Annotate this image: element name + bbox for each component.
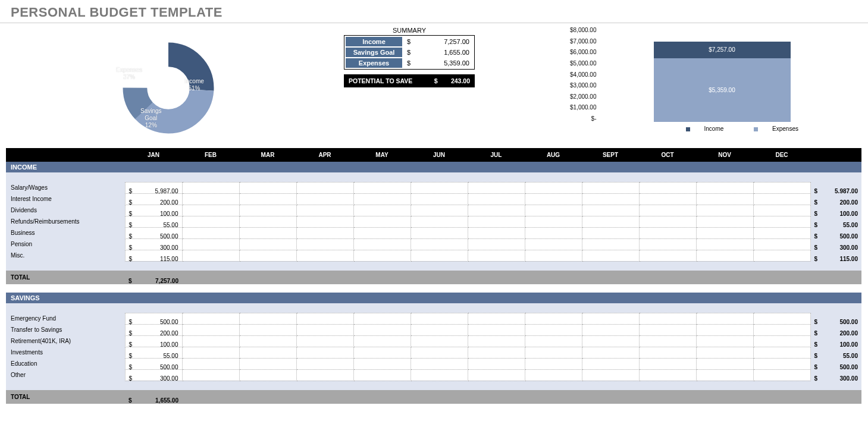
cell[interactable] bbox=[582, 227, 639, 238]
cell[interactable] bbox=[468, 227, 525, 238]
cell[interactable] bbox=[353, 216, 411, 227]
cell[interactable] bbox=[411, 358, 468, 369]
cell[interactable] bbox=[639, 182, 696, 193]
cell[interactable] bbox=[353, 347, 411, 358]
cell[interactable] bbox=[353, 324, 411, 335]
cell[interactable] bbox=[753, 216, 810, 227]
cell[interactable] bbox=[182, 205, 239, 216]
cell[interactable] bbox=[411, 335, 468, 347]
cell[interactable] bbox=[296, 227, 353, 238]
cell[interactable]: $200.00 bbox=[125, 324, 182, 335]
cell[interactable] bbox=[353, 335, 411, 347]
cell[interactable] bbox=[525, 250, 582, 261]
cell[interactable] bbox=[696, 250, 753, 261]
cell[interactable] bbox=[753, 358, 810, 369]
cell[interactable] bbox=[696, 216, 753, 227]
cell[interactable] bbox=[468, 313, 525, 324]
cell[interactable] bbox=[411, 193, 468, 205]
cell[interactable] bbox=[639, 369, 696, 381]
cell[interactable] bbox=[296, 335, 353, 347]
cell[interactable]: $100.00 bbox=[125, 205, 182, 216]
cell[interactable] bbox=[468, 216, 525, 227]
cell[interactable] bbox=[353, 250, 411, 261]
cell[interactable] bbox=[353, 369, 411, 381]
cell[interactable] bbox=[525, 335, 582, 347]
cell[interactable] bbox=[239, 369, 296, 381]
cell[interactable] bbox=[411, 182, 468, 193]
cell[interactable] bbox=[582, 216, 639, 227]
cell[interactable] bbox=[468, 347, 525, 358]
cell[interactable] bbox=[696, 324, 753, 335]
cell[interactable] bbox=[411, 216, 468, 227]
cell[interactable] bbox=[582, 347, 639, 358]
cell[interactable] bbox=[296, 313, 353, 324]
cell[interactable] bbox=[296, 193, 353, 205]
cell[interactable]: $55.00 bbox=[125, 216, 182, 227]
cell[interactable] bbox=[239, 205, 296, 216]
cell[interactable] bbox=[239, 227, 296, 238]
cell[interactable] bbox=[353, 182, 411, 193]
cell[interactable] bbox=[296, 369, 353, 381]
cell[interactable] bbox=[639, 238, 696, 250]
cell[interactable] bbox=[182, 347, 239, 358]
cell[interactable] bbox=[753, 205, 810, 216]
cell[interactable] bbox=[353, 358, 411, 369]
cell[interactable] bbox=[696, 347, 753, 358]
cell[interactable] bbox=[525, 358, 582, 369]
cell[interactable] bbox=[639, 227, 696, 238]
cell[interactable] bbox=[639, 335, 696, 347]
cell[interactable] bbox=[525, 238, 582, 250]
cell[interactable]: $55.00 bbox=[125, 347, 182, 358]
cell[interactable]: $115.00 bbox=[125, 250, 182, 261]
cell[interactable]: $500.00 bbox=[125, 358, 182, 369]
cell[interactable] bbox=[353, 238, 411, 250]
cell[interactable] bbox=[468, 369, 525, 381]
cell[interactable] bbox=[239, 358, 296, 369]
cell[interactable] bbox=[468, 182, 525, 193]
cell[interactable] bbox=[296, 250, 353, 261]
cell[interactable] bbox=[182, 227, 239, 238]
cell[interactable] bbox=[182, 369, 239, 381]
cell[interactable] bbox=[753, 324, 810, 335]
cell[interactable] bbox=[696, 358, 753, 369]
cell[interactable] bbox=[239, 313, 296, 324]
cell[interactable] bbox=[182, 313, 239, 324]
cell[interactable] bbox=[525, 347, 582, 358]
cell[interactable] bbox=[753, 335, 810, 347]
cell[interactable]: $500.00 bbox=[125, 227, 182, 238]
cell[interactable] bbox=[582, 369, 639, 381]
cell[interactable] bbox=[411, 205, 468, 216]
cell[interactable] bbox=[582, 313, 639, 324]
cell[interactable] bbox=[239, 250, 296, 261]
cell[interactable] bbox=[525, 205, 582, 216]
cell[interactable] bbox=[582, 335, 639, 347]
cell[interactable] bbox=[182, 335, 239, 347]
cell[interactable] bbox=[468, 193, 525, 205]
cell[interactable] bbox=[411, 347, 468, 358]
cell[interactable] bbox=[296, 205, 353, 216]
cell[interactable] bbox=[639, 205, 696, 216]
cell[interactable] bbox=[411, 250, 468, 261]
cell[interactable] bbox=[696, 335, 753, 347]
cell[interactable]: $5,987.00 bbox=[125, 182, 182, 193]
cell[interactable] bbox=[753, 238, 810, 250]
cell[interactable] bbox=[639, 358, 696, 369]
cell[interactable] bbox=[753, 313, 810, 324]
cell[interactable] bbox=[582, 324, 639, 335]
cell[interactable] bbox=[639, 250, 696, 261]
cell[interactable] bbox=[353, 227, 411, 238]
cell[interactable] bbox=[468, 205, 525, 216]
cell[interactable] bbox=[525, 182, 582, 193]
cell[interactable] bbox=[411, 324, 468, 335]
cell[interactable] bbox=[753, 182, 810, 193]
cell[interactable] bbox=[296, 347, 353, 358]
cell[interactable] bbox=[296, 324, 353, 335]
cell[interactable] bbox=[696, 193, 753, 205]
cell[interactable] bbox=[639, 324, 696, 335]
cell[interactable] bbox=[182, 358, 239, 369]
cell[interactable] bbox=[239, 335, 296, 347]
cell[interactable] bbox=[182, 238, 239, 250]
cell[interactable] bbox=[582, 182, 639, 193]
cell[interactable] bbox=[353, 193, 411, 205]
cell[interactable] bbox=[525, 193, 582, 205]
